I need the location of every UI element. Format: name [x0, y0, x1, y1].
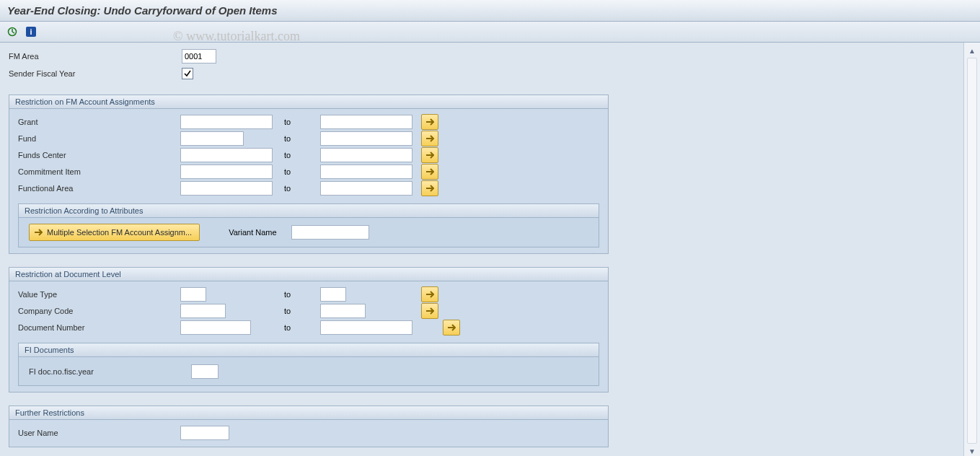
grant-label: Grant [18, 118, 180, 126]
fm-area-label: FM Area [9, 52, 182, 61]
multiselect-fm-label: Multiple Selection FM Account Assignm... [47, 228, 192, 237]
fundsctr-to-label: to [273, 151, 306, 159]
username-label: User Name [18, 429, 180, 437]
fundsctr-from-input[interactable] [180, 148, 273, 162]
company-label: Company Code [18, 307, 180, 315]
fund-label: Fund [18, 134, 180, 143]
valtype-multiselect-button[interactable] [421, 286, 438, 302]
funcarea-multiselect-button[interactable] [421, 180, 438, 196]
valtype-to-input[interactable] [320, 287, 346, 302]
page-title: Year-End Closing: Undo Carryforward of O… [7, 4, 278, 17]
multiselect-fm-button[interactable]: Multiple Selection FM Account Assignm... [29, 224, 200, 241]
company-multiselect-button[interactable] [421, 303, 438, 319]
docno-to-input[interactable] [320, 320, 412, 335]
company-to-input[interactable] [320, 304, 366, 318]
grant-from-input[interactable] [180, 115, 273, 129]
fundsctr-label: Funds Center [18, 151, 180, 159]
subgroup-attributes-title: Restriction According to Attributes [19, 204, 599, 218]
fund-to-label: to [244, 134, 306, 143]
fi-docno-input[interactable] [191, 364, 218, 379]
variant-name-input[interactable] [291, 225, 369, 240]
group-further-restrictions: Further Restrictions User Name [9, 405, 609, 447]
username-input[interactable] [180, 426, 229, 440]
group-fm-restrictions: Restriction on FM Account Assignments Gr… [9, 95, 609, 254]
group-doc-title: Restriction at Document Level [9, 268, 608, 281]
cmmtitem-to-input[interactable] [320, 165, 412, 179]
docno-from-input[interactable] [180, 320, 251, 335]
cmmtitem-to-label: to [273, 167, 306, 176]
app-toolbar: i [0, 22, 980, 43]
fi-docno-label: FI doc.no.fisc.year [29, 367, 191, 376]
scroll-down-icon[interactable]: ▼ [967, 446, 977, 456]
info-icon: i [26, 27, 36, 37]
cmmtitem-from-input[interactable] [180, 165, 273, 179]
company-to-label: to [226, 307, 306, 315]
funcarea-label: Functional Area [18, 184, 180, 193]
fiscal-year-checkbox[interactable] [182, 68, 193, 79]
funcarea-to-label: to [273, 184, 306, 193]
fund-to-input[interactable] [320, 131, 412, 146]
group-doc-restrictions: Restriction at Document Level Value Type… [9, 267, 609, 393]
fund-multiselect-button[interactable] [421, 131, 438, 146]
cmmtitem-multiselect-button[interactable] [421, 164, 438, 180]
funcarea-to-input[interactable] [320, 181, 412, 196]
execute-icon [7, 27, 17, 37]
fundsctr-to-input[interactable] [320, 148, 412, 162]
company-from-input[interactable] [180, 304, 226, 318]
group-fm-title: Restriction on FM Account Assignments [9, 95, 608, 109]
docno-multiselect-button[interactable] [443, 320, 460, 336]
scroll-track[interactable] [967, 58, 977, 444]
docno-label: Document Number [18, 323, 180, 332]
subgroup-attributes: Restriction According to Attributes Mult… [18, 203, 599, 247]
grant-to-input[interactable] [320, 115, 412, 129]
info-button[interactable]: i [23, 25, 39, 39]
valtype-label: Value Type [18, 290, 180, 299]
top-fields: FM Area Sender Fiscal Year [9, 48, 955, 82]
subgroup-fi-title: FI Documents [19, 343, 599, 357]
subgroup-fi-documents: FI Documents FI doc.no.fisc.year [18, 343, 599, 386]
arrow-right-icon [34, 229, 43, 236]
group-further-title: Further Restrictions [9, 406, 608, 420]
variant-name-label: Variant Name [229, 228, 276, 237]
fund-from-input[interactable] [180, 131, 244, 146]
content-area: FM Area Sender Fiscal Year Restriction o… [0, 43, 963, 456]
scroll-up-icon[interactable]: ▲ [967, 45, 977, 56]
cmmtitem-label: Commitment Item [18, 167, 180, 176]
fundsctr-multiselect-button[interactable] [421, 147, 438, 163]
fm-area-input[interactable] [182, 49, 216, 63]
funcarea-from-input[interactable] [180, 181, 273, 196]
fiscal-year-label: Sender Fiscal Year [9, 69, 182, 78]
valtype-from-input[interactable] [180, 287, 206, 302]
title-bar: Year-End Closing: Undo Carryforward of O… [0, 0, 980, 22]
grant-multiselect-button[interactable] [421, 114, 438, 130]
execute-button[interactable] [4, 25, 20, 39]
grant-to-label: to [273, 118, 306, 126]
docno-to-label: to [251, 323, 306, 332]
valtype-to-label: to [206, 290, 306, 299]
vertical-scrollbar[interactable]: ▲ ▼ [963, 43, 980, 456]
